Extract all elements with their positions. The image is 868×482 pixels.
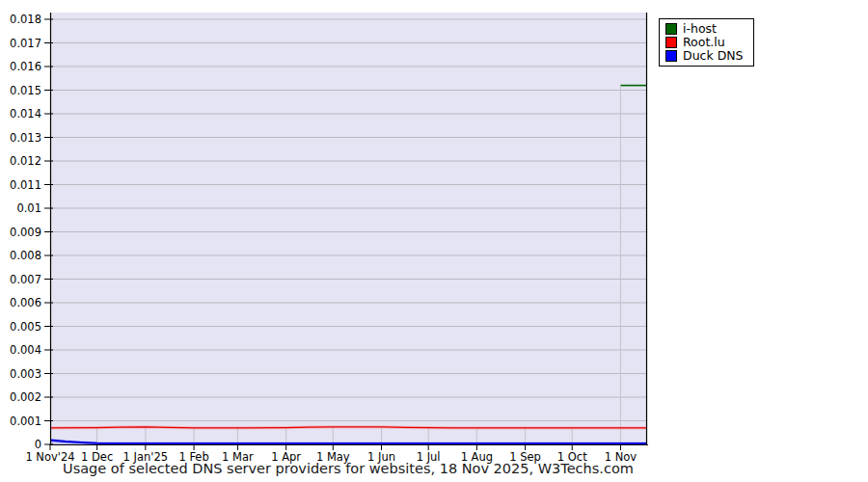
y-tick-label: 0.002 bbox=[10, 390, 41, 404]
y-tick-label: 0.006 bbox=[10, 296, 41, 309]
y-tick-label: 0.018 bbox=[10, 13, 41, 26]
y-tick-label: 0.008 bbox=[10, 249, 41, 262]
legend: i-host Root.lu Duck DNS bbox=[659, 18, 754, 67]
y-tick-label: 0.012 bbox=[10, 154, 41, 168]
y-tick-label: 0.01 bbox=[16, 201, 41, 215]
y-tick-label: 0.005 bbox=[10, 320, 41, 334]
legend-swatch-i-host bbox=[665, 23, 677, 35]
chart-canvas: 00.0010.0020.0030.0040.0050.0060.0070.00… bbox=[0, 0, 868, 482]
y-tick-label: 0.016 bbox=[10, 60, 41, 73]
legend-label-duck-dns: Duck DNS bbox=[683, 49, 744, 62]
y-tick-label: 0.011 bbox=[10, 178, 41, 192]
y-tick-label: 0.004 bbox=[10, 343, 41, 357]
y-tick-label: 0.001 bbox=[10, 415, 41, 428]
y-tick-label: 0 bbox=[35, 438, 41, 451]
chart-title: Usage of selected DNS server providers f… bbox=[0, 461, 696, 476]
plot-svg: 00.0010.0020.0030.0040.0050.0060.0070.00… bbox=[0, 0, 868, 482]
legend-label-root-lu: Root.lu bbox=[683, 36, 725, 48]
y-tick-label: 0.007 bbox=[10, 273, 41, 286]
y-tick-label: 0.015 bbox=[10, 84, 41, 97]
y-tick-label: 0.014 bbox=[10, 107, 41, 120]
plot-background bbox=[51, 13, 647, 444]
legend-item-root-lu: Root.lu bbox=[665, 36, 744, 48]
y-tick-label: 0.013 bbox=[10, 131, 41, 145]
legend-label-i-host: i-host bbox=[683, 22, 717, 35]
legend-item-i-host: i-host bbox=[665, 22, 744, 35]
y-tick-label: 0.003 bbox=[10, 367, 41, 381]
legend-swatch-duck-dns bbox=[665, 50, 677, 62]
legend-swatch-root-lu bbox=[665, 37, 677, 48]
y-tick-label: 0.009 bbox=[10, 226, 41, 239]
legend-item-duck-dns: Duck DNS bbox=[665, 49, 744, 62]
y-tick-label: 0.017 bbox=[10, 37, 41, 50]
